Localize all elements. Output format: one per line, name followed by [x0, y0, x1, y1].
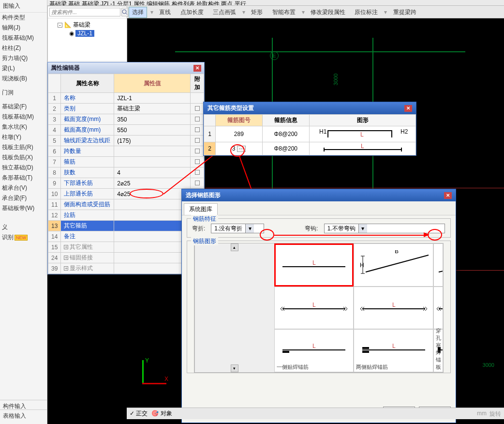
checkbox-icon[interactable]	[195, 138, 200, 143]
shape-option-2[interactable]: BH	[354, 243, 433, 287]
property-editor-title-bar[interactable]: 属性编辑器 ✕	[48, 62, 204, 74]
tool-rect[interactable]: 矩形	[248, 7, 266, 17]
tool-refresh-span[interactable]: 重提梁跨	[390, 7, 419, 17]
sidebar-item[interactable]: 梁(L)	[0, 63, 47, 74]
sidebar-item[interactable]: 构件类型	[0, 13, 47, 23]
scroll-up-icon[interactable]: ▴	[231, 243, 238, 251]
cell-shape[interactable]: L	[310, 142, 416, 155]
expand-icon[interactable]: +	[64, 245, 68, 249]
sidebar-item[interactable]: 筏板基础(M)	[0, 112, 47, 122]
scroll-down-icon[interactable]: ▾	[231, 364, 238, 372]
property-value[interactable]: 350	[114, 114, 191, 125]
property-attach[interactable]	[191, 146, 204, 157]
chevron-down-icon[interactable]: ▾	[245, 224, 254, 233]
property-value[interactable]: 550	[114, 125, 191, 136]
property-value[interactable]	[114, 221, 191, 231]
tool-in-place-label[interactable]: 原位标注	[352, 7, 381, 17]
sidebar-item[interactable]: 柱墩(Y)	[0, 132, 47, 142]
sidebar-item[interactable]: 基础板带(W)	[0, 203, 47, 213]
cell-number[interactable]: 289	[216, 126, 263, 142]
property-value[interactable]: (175)	[114, 136, 191, 146]
scrollbar[interactable]: ▴ ▾	[194, 243, 274, 372]
tool-smart-layout[interactable]: 智能布置	[269, 7, 298, 17]
ortho-toggle[interactable]: ✓ 正交	[130, 409, 148, 418]
property-row[interactable]: 10上部通长筋4⌀25	[48, 189, 204, 199]
property-attach[interactable]	[191, 125, 204, 136]
property-attach[interactable]	[191, 136, 204, 146]
property-attach[interactable]	[191, 178, 204, 189]
sidebar-item[interactable]: 筏板主筋(R)	[0, 142, 47, 152]
property-value[interactable]	[114, 242, 191, 253]
property-row[interactable]: 11侧面构造或受扭筋	[48, 199, 204, 210]
property-value[interactable]: 4	[114, 167, 191, 178]
sidebar-item[interactable]: 筏板负筋(X)	[0, 152, 47, 163]
property-row[interactable]: 8肢数4	[48, 167, 204, 178]
shape-option-7[interactable]: L 一侧贴焊锚筋	[274, 329, 354, 372]
sidebar-item[interactable]: 承台梁(F)	[0, 193, 47, 203]
shape-option-5[interactable]: L	[354, 287, 433, 330]
sidebar-item[interactable]: 轴网(J)	[0, 23, 47, 33]
checkbox-icon[interactable]	[195, 127, 200, 132]
shape-dialog-title-bar[interactable]: 选择钢筋图形 ✕	[182, 189, 456, 201]
shape-option-6[interactable]: L	[433, 287, 443, 330]
property-row[interactable]: 14备注	[48, 231, 204, 242]
sidebar-item[interactable]: 筏板基础(M)	[0, 33, 47, 43]
search-input[interactable]	[49, 8, 120, 16]
property-value[interactable]	[114, 146, 191, 157]
cell-info[interactable]: Φ8@200	[262, 126, 309, 142]
sidebar-item[interactable]: 柱柱(Z)	[0, 43, 47, 53]
property-value[interactable]	[114, 210, 191, 221]
sidebar-item[interactable]: 基础梁(F)	[0, 102, 47, 112]
property-row[interactable]: 12拉筋	[48, 210, 204, 221]
tree-root[interactable]: -📐 基础梁	[50, 20, 125, 30]
tab-system-library[interactable]: 系统图库	[184, 203, 218, 215]
checkbox-icon[interactable]	[195, 106, 200, 111]
tool-point-length[interactable]: 点加长度	[178, 7, 207, 17]
property-value[interactable]: 2⌀25	[114, 178, 191, 189]
checkbox-icon[interactable]	[195, 170, 200, 175]
shape-option-9[interactable]: L 穿孔塞焊锚板	[433, 329, 443, 372]
cell-shape[interactable]: H1 L H2	[310, 126, 416, 142]
property-attach[interactable]	[191, 104, 204, 114]
hook-select[interactable]: 1.不带弯钩 ▾	[324, 224, 445, 233]
close-icon[interactable]: ✕	[404, 105, 412, 112]
chevron-down-icon[interactable]: ▾	[358, 224, 367, 233]
property-row[interactable]: 15+其它属性	[48, 242, 204, 253]
checkbox-icon[interactable]	[195, 159, 200, 164]
object-snap-toggle[interactable]: 🎯 对象	[151, 409, 172, 418]
property-value[interactable]	[114, 231, 191, 242]
sidebar-item[interactable]: 现浇板(B)	[0, 74, 47, 84]
checkbox-icon[interactable]	[195, 117, 200, 121]
collapse-icon[interactable]: -	[58, 23, 62, 28]
property-row[interactable]: 4截面高度(mm)550	[48, 125, 204, 136]
property-row[interactable]: 7箍筋	[48, 157, 204, 167]
tool-select[interactable]: 选择	[129, 7, 147, 18]
property-row[interactable]: 39+显示样式	[48, 263, 204, 274]
property-value[interactable]	[114, 199, 191, 210]
sidebar-item[interactable]: 桩承台(V)	[0, 183, 47, 193]
property-value[interactable]	[114, 253, 191, 263]
property-attach[interactable]	[191, 167, 204, 178]
property-value[interactable]	[114, 263, 191, 274]
shape-option-8[interactable]: L 两侧贴焊锚筋	[354, 329, 433, 372]
shape-option-3[interactable]: L	[433, 243, 443, 287]
close-icon[interactable]: ✕	[444, 192, 452, 199]
sidebar-item[interactable]: 独立基础(D)	[0, 163, 47, 173]
shape-option-1[interactable]: L	[274, 243, 354, 287]
tool-edit-beam-props[interactable]: 修改梁段属性	[308, 7, 348, 17]
sidebar-item[interactable]: 门洞	[0, 88, 47, 98]
property-row[interactable]: 6跨数量	[48, 146, 204, 157]
table-row[interactable]: 1 289 Φ8@200 H1 L H2	[204, 126, 416, 142]
property-attach[interactable]	[191, 114, 204, 125]
sidebar-footer-2[interactable]: 表格输入	[0, 409, 47, 422]
expand-icon[interactable]: +	[64, 256, 68, 260]
close-icon[interactable]: ✕	[193, 65, 201, 72]
sidebar-item[interactable]: 剪力墙(Q)	[0, 53, 47, 63]
shape-option-4[interactable]: L	[274, 287, 354, 330]
property-attach[interactable]	[191, 93, 204, 104]
property-value[interactable]: JZL-1	[114, 93, 191, 104]
tool-line[interactable]: 直线	[156, 7, 174, 17]
property-row[interactable]: 2类别基础主梁	[48, 104, 204, 114]
tree-item-selected[interactable]: ◉ JZL-1	[50, 30, 125, 37]
checkbox-icon[interactable]	[195, 149, 200, 153]
